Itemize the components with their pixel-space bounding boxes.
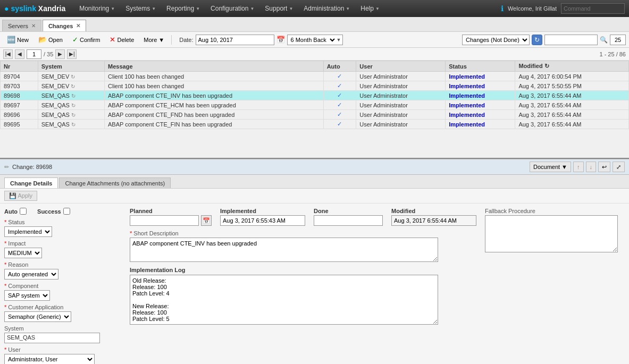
cell-auto: ✓ [323,100,356,110]
cell-user: User Administrator [356,100,446,110]
period-select-wrap[interactable]: 6 Month Back 3 Month Back 1 Month Back 1… [287,35,343,45]
new-button[interactable]: 🆕 New [3,34,32,46]
cell-nr: 89695 [1,120,38,129]
tab-changes[interactable]: Changes ✕ [43,20,86,31]
cell-modified: Aug 3, 2017 6:55:44 AM [515,91,629,100]
user-field-label: User [4,346,121,353]
reason-select[interactable]: Auto generated Manual Scheduled [4,269,58,280]
cell-nr: 89697 [1,100,38,110]
table-row[interactable]: 89696 SEM_QAS ↻ ABAP component CTE_FND h… [1,110,629,120]
status-row: Status Implemented Planned In Progress N… [4,219,121,237]
cell-nr: 89696 [1,110,38,120]
customer-app-select[interactable]: Semaphor (Generic) None [4,311,71,322]
cell-status: Implemented [446,100,515,110]
done-input[interactable] [314,215,383,226]
nav-reporting[interactable]: Reporting ▼ [161,0,205,17]
next-page-button[interactable]: ▶ [55,49,65,59]
impact-select[interactable]: MEDIUM LOW HIGH [4,248,42,258]
cell-user: User Administrator [356,72,446,81]
nav-support-label: Support [265,5,287,12]
more-button[interactable]: More ▼ [140,34,168,46]
nav-monitoring[interactable]: Monitoring ▼ [74,0,120,17]
tab-servers[interactable]: Servers ✕ [2,20,41,31]
cell-status: Implemented [446,72,515,81]
detail-refresh-button[interactable]: ↩ [598,162,610,172]
cell-nr: 89704 [1,72,38,81]
planned-cal-button[interactable]: 📅 [201,215,212,226]
user-row: User Administrator, User [4,346,121,364]
reason-row: Reason Auto generated Manual Scheduled [4,261,121,280]
implemented-input[interactable] [220,215,305,226]
page-range-text: 1 - 25 / 86 [599,51,626,57]
cell-nr: 89698 [1,91,38,100]
planned-input[interactable] [130,215,199,226]
table-row[interactable]: 89697 SEM_QAS ↻ ABAP component CTE_HCM h… [1,100,629,110]
done-label: Done [314,208,383,214]
nav-systems[interactable]: Systems ▼ [120,0,161,17]
command-input[interactable] [561,3,625,14]
right-column: Fallback Procedure [485,208,625,364]
detail-down-button[interactable]: ↓ [586,162,597,172]
nav-monitoring-arrow: ▼ [111,6,115,11]
nav-configuration-arrow: ▼ [250,6,254,11]
cell-message: Client 100 has been changed [105,72,324,81]
user-select[interactable]: Administrator, User [4,354,95,364]
date-input[interactable] [196,35,274,45]
nav-support[interactable]: Support ▼ [259,0,298,17]
component-field-label: Component [4,283,121,289]
last-page-button[interactable]: ▶| [67,49,77,59]
table-row[interactable]: 89698 SEM_QAS ↻ ABAP component CTE_INV h… [1,91,629,100]
confirm-icon: ✓ [72,36,78,44]
cell-auto: ✓ [323,81,356,91]
date-label: Date: [179,37,193,43]
modified-item: Modified [391,208,476,226]
page-size-input[interactable] [610,35,626,45]
detail-title: ✏ Change: 89698 [4,164,52,171]
tab-changes-label: Changes [48,23,73,29]
tab-change-attachments[interactable]: Change Attachments (no attachments) [59,177,171,188]
cell-auto: ✓ [323,120,356,129]
apply-bar: 💾 Apply [0,189,629,204]
table-row[interactable]: 89704 SEM_DEV ↻ Client 100 has been chan… [1,72,629,81]
tab-change-details[interactable]: Change Details [4,177,58,188]
search-icon[interactable]: 🔍 [600,36,608,44]
table-row[interactable]: 89703 SEM_DEV ↻ Client 100 has been chan… [1,81,629,91]
success-checkbox[interactable] [63,208,70,215]
apply-button[interactable]: 💾 Apply [4,191,37,201]
toolbar: 🆕 New 📂 Open ✓ Confirm ✕ Delete More ▼ D… [0,32,629,48]
nav-configuration[interactable]: Configuration ▼ [205,0,259,17]
cell-user: User Administrator [356,120,446,129]
auto-success-row: Auto Success [4,208,121,215]
auto-checkbox[interactable] [20,208,27,215]
planned-item: Planned 📅 [130,208,212,226]
nav-configuration-label: Configuration [211,5,248,12]
detail-expand-button[interactable]: ⤢ [613,162,625,172]
detail-back-button[interactable]: ↑ [573,162,584,172]
status-select[interactable]: Implemented Planned In Progress Not Done [4,226,52,237]
tab-servers-close[interactable]: ✕ [31,23,36,29]
prev-page-button[interactable]: ◀ [15,49,24,59]
nav-help[interactable]: Help ▼ [355,0,385,17]
filter-select[interactable]: Changes (Not Done) All Changes My Change… [462,35,530,45]
fallback-textarea[interactable] [485,215,618,252]
refresh-button[interactable]: ↻ [532,35,542,45]
open-button[interactable]: 📂 Open [35,34,66,46]
col-auto: Auto [323,61,356,72]
table-row[interactable]: 89695 SEM_QAS ↻ ABAP component CTE_FIN h… [1,120,629,129]
document-button[interactable]: Document ▼ [530,162,571,172]
short-desc-textarea[interactable]: ABAP component CTE_INV has been upgraded [130,238,438,262]
search-input[interactable] [544,35,598,45]
calendar-icon[interactable]: 📅 [276,36,285,44]
cell-message: ABAP component CTE_INV has been upgraded [105,91,324,100]
impl-log-textarea[interactable]: Old Release: Release: 100 Patch Level: 4… [130,275,438,325]
page-number-input[interactable] [27,49,41,59]
confirm-button[interactable]: ✓ Confirm [69,34,104,46]
logo-xandria: Xandria [38,4,65,13]
period-select[interactable]: 6 Month Back 3 Month Back 1 Month Back 1… [288,35,337,45]
nav-administration[interactable]: Administration ▼ [298,0,355,17]
help-icon: ℹ [501,4,504,13]
tab-changes-close[interactable]: ✕ [76,23,80,29]
first-page-button[interactable]: |◀ [3,49,13,59]
component-select[interactable]: SAP system Database OS [4,290,50,301]
delete-button[interactable]: ✕ Delete [106,34,138,46]
